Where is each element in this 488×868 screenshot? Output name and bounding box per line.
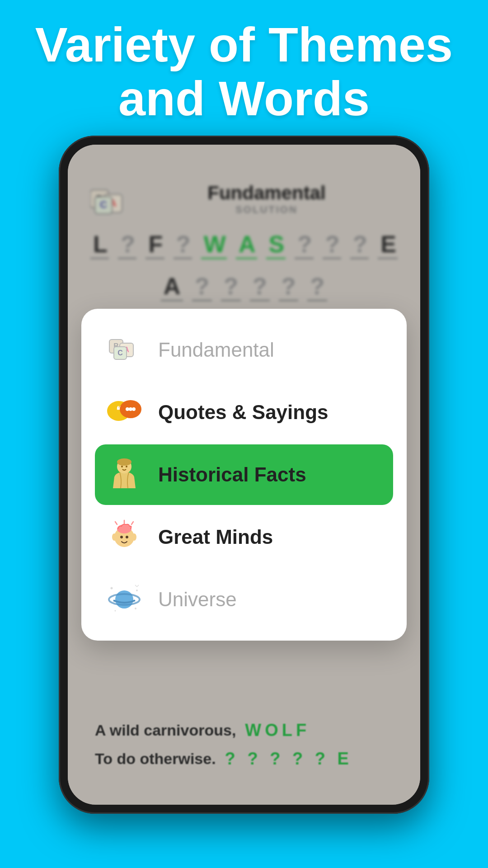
svg-text:C: C xyxy=(117,349,123,357)
great-minds-icon xyxy=(104,517,145,557)
modal-overlay: B A C Fundamental xyxy=(68,145,420,805)
fundamental-label: Fundamental xyxy=(158,339,274,361)
theme-selection-modal: B A C Fundamental xyxy=(81,309,407,641)
page-header: Variety of Themes and Words xyxy=(0,18,488,126)
svg-line-26 xyxy=(115,522,117,524)
svg-point-35 xyxy=(111,587,113,590)
theme-item-quotes[interactable]: ❝ Quotes & Sayings xyxy=(95,382,393,443)
theme-item-universe[interactable]: Universe xyxy=(95,569,393,630)
svg-line-39 xyxy=(137,585,139,587)
universe-label: Universe xyxy=(158,588,237,611)
universe-icon xyxy=(104,579,145,620)
phone-frame: B A C Fundamental SOLUTION L ? F ? W A xyxy=(59,136,429,814)
svg-point-30 xyxy=(126,536,128,538)
quotes-label: Quotes & Sayings xyxy=(158,401,328,424)
theme-item-historical[interactable]: Historical Facts xyxy=(95,444,393,505)
fundamental-icon: B A C xyxy=(104,330,145,370)
theme-item-fundamental[interactable]: B A C Fundamental xyxy=(95,320,393,380)
phone-screen: B A C Fundamental SOLUTION L ? F ? W A xyxy=(68,145,420,805)
svg-point-17 xyxy=(129,407,132,411)
svg-point-32 xyxy=(132,533,136,541)
svg-point-18 xyxy=(132,407,136,411)
svg-point-16 xyxy=(126,407,129,411)
svg-point-22 xyxy=(121,466,123,467)
svg-point-23 xyxy=(126,466,127,467)
svg-point-21 xyxy=(117,458,131,466)
svg-point-38 xyxy=(135,608,136,609)
quotes-icon: ❝ xyxy=(104,392,145,433)
svg-line-40 xyxy=(135,585,137,587)
great-minds-label: Great Minds xyxy=(158,526,273,548)
svg-point-31 xyxy=(112,533,117,541)
svg-point-36 xyxy=(136,590,138,591)
historical-label: Historical Facts xyxy=(158,463,306,486)
svg-point-29 xyxy=(120,536,123,538)
header-title-text: Variety of Themes and Words xyxy=(35,17,453,126)
theme-item-great-minds[interactable]: Great Minds xyxy=(95,507,393,567)
svg-line-28 xyxy=(131,522,133,524)
svg-point-37 xyxy=(115,610,116,612)
historical-icon xyxy=(104,454,145,495)
